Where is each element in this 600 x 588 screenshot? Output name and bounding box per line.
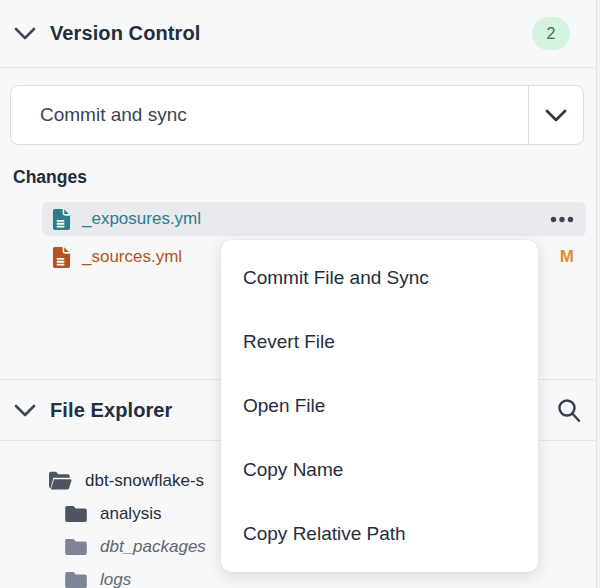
file-context-menu: Commit File and Sync Revert File Open Fi… bbox=[221, 240, 538, 572]
chevron-down-icon[interactable] bbox=[14, 27, 36, 40]
chevron-down-icon[interactable] bbox=[14, 404, 36, 417]
menu-item-revert-file[interactable]: Revert File bbox=[221, 310, 538, 374]
chevron-down-icon bbox=[545, 109, 567, 122]
file-explorer-title: File Explorer bbox=[50, 399, 172, 422]
tree-item-label: logs bbox=[100, 570, 131, 588]
changed-file-name: _exposures.yml bbox=[82, 209, 201, 229]
menu-item-commit-file-and-sync[interactable]: Commit File and Sync bbox=[221, 246, 538, 310]
tree-item-label: dbt_packages bbox=[100, 537, 206, 557]
modified-status-badge: M bbox=[560, 247, 574, 267]
ellipsis-icon bbox=[550, 216, 574, 223]
version-control-sidebar: Version Control 2 Commit and sync Change… bbox=[0, 0, 600, 588]
menu-item-copy-name[interactable]: Copy Name bbox=[221, 438, 538, 502]
changed-file-name: _sources.yml bbox=[82, 247, 182, 267]
version-control-header[interactable]: Version Control 2 bbox=[0, 0, 600, 68]
panel-scrollbar-track[interactable] bbox=[596, 0, 600, 588]
version-control-title: Version Control bbox=[50, 22, 200, 45]
folder-icon bbox=[65, 505, 87, 523]
yml-file-icon bbox=[52, 246, 71, 269]
yml-file-icon bbox=[52, 208, 71, 231]
folder-open-icon bbox=[47, 471, 72, 491]
search-icon bbox=[556, 397, 582, 424]
folder-icon bbox=[65, 538, 87, 556]
tree-item-label: dbt-snowflake-s bbox=[85, 471, 204, 491]
commit-and-sync-button[interactable]: Commit and sync bbox=[10, 85, 584, 145]
menu-item-open-file[interactable]: Open File bbox=[221, 374, 538, 438]
changes-section-label: Changes bbox=[13, 167, 87, 188]
tree-item-label: analysis bbox=[100, 504, 161, 524]
folder-icon bbox=[65, 571, 87, 588]
commit-and-sync-label: Commit and sync bbox=[11, 104, 187, 126]
file-actions-ellipsis-button[interactable] bbox=[550, 214, 574, 225]
changes-count-badge: 2 bbox=[532, 17, 570, 50]
search-button[interactable] bbox=[556, 397, 582, 424]
commit-options-dropdown-button[interactable] bbox=[528, 86, 583, 144]
menu-item-copy-relative-path[interactable]: Copy Relative Path bbox=[221, 502, 538, 566]
changed-file-row-exposures[interactable]: _exposures.yml bbox=[42, 202, 586, 236]
